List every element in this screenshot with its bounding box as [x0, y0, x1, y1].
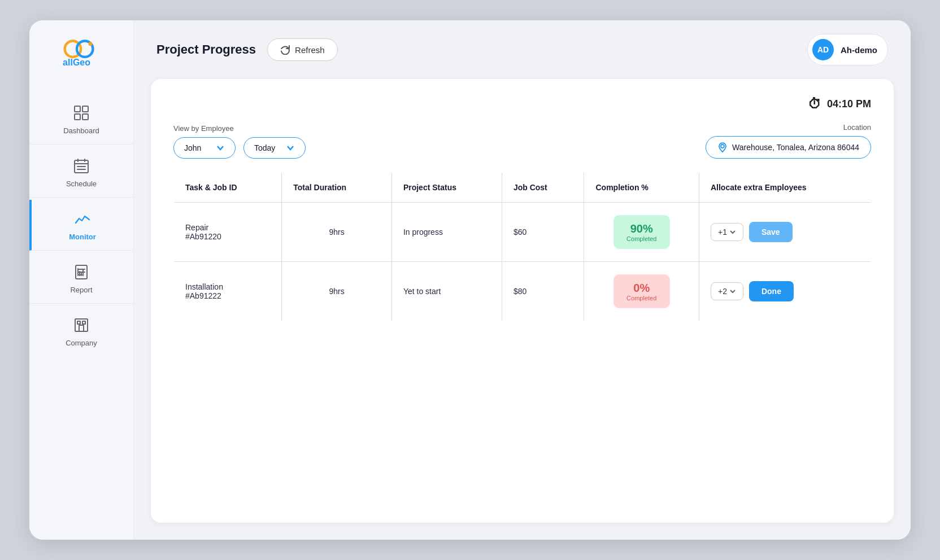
svg-rect-25 [82, 321, 85, 324]
avatar: AD [812, 39, 834, 60]
view-by-label: View by Employee [173, 124, 306, 133]
cell-status: Yet to start [391, 262, 502, 321]
svg-rect-7 [82, 114, 88, 120]
svg-point-2 [88, 42, 92, 46]
sidebar-item-report[interactable]: Report [29, 253, 133, 304]
period-dropdown[interactable]: Today [243, 137, 306, 159]
cell-employees: +2 Done [699, 262, 871, 321]
logo: allGeo [59, 37, 104, 71]
cell-duration: 9hrs [282, 262, 392, 321]
sidebar: allGeo Dashboard [29, 20, 134, 540]
location-label: Location [843, 123, 871, 132]
chevron-down-icon [216, 143, 225, 152]
top-bar: Project Progress Refresh AD Ah-demo [134, 20, 911, 79]
sidebar-item-company-label: Company [66, 339, 97, 347]
col-duration: Total Duration [282, 173, 392, 203]
cell-completion: 0% Completed [584, 262, 699, 321]
cell-task-id: Installation #Ab91222 [174, 262, 282, 321]
filters-left: View by Employee John Today [173, 124, 306, 159]
svg-rect-4 [75, 106, 80, 112]
allocate-cell: +1 Save [711, 222, 859, 242]
col-cost: Job Cost [502, 173, 584, 203]
svg-rect-24 [77, 321, 80, 324]
cell-cost: $60 [502, 203, 584, 262]
refresh-icon [280, 45, 290, 55]
save-button[interactable]: Save [749, 222, 793, 242]
company-icon [71, 315, 92, 335]
content-header: ⏱ 04:10 PM [173, 96, 871, 112]
app-container: allGeo Dashboard [29, 20, 911, 540]
col-employees: Allocate extra Employees [699, 173, 871, 203]
cell-duration: 9hrs [282, 203, 392, 262]
cell-completion: 90% Completed [584, 203, 699, 262]
col-completion: Completion % [584, 173, 699, 203]
svg-rect-5 [82, 106, 88, 112]
location-display: Warehouse, Tonalea, Arizona 86044 [706, 136, 871, 159]
svg-rect-6 [75, 114, 80, 120]
col-status: Project Status [391, 173, 502, 203]
sidebar-item-company[interactable]: Company [29, 306, 133, 356]
filter-dropdowns: John Today [173, 137, 306, 159]
table-row: Repair #Ab91220 9hrs In progress $60 90%… [174, 203, 871, 262]
employee-stepper[interactable]: +1 [711, 223, 743, 241]
sidebar-item-dashboard-label: Dashboard [63, 126, 99, 135]
sidebar-item-dashboard[interactable]: Dashboard [29, 94, 133, 145]
cell-employees: +1 Save [699, 203, 871, 262]
col-task-id: Task & Job ID [174, 173, 282, 203]
chevron-down-icon-stepper [729, 288, 736, 295]
completion-badge: 0% Completed [613, 274, 670, 308]
content-area: ⏱ 04:10 PM View by Employee John [151, 79, 894, 523]
page-title: Project Progress [156, 42, 256, 57]
chevron-down-icon-2 [286, 143, 295, 152]
chevron-down-icon-stepper [729, 229, 736, 235]
cell-task-id: Repair #Ab91220 [174, 203, 282, 262]
schedule-icon [71, 156, 92, 176]
employee-dropdown[interactable]: John [173, 137, 236, 159]
refresh-button[interactable]: Refresh [267, 38, 338, 61]
svg-text:allGeo: allGeo [63, 58, 90, 67]
sidebar-item-monitor[interactable]: Monitor [29, 200, 133, 251]
cell-status: In progress [391, 203, 502, 262]
report-icon [71, 262, 92, 282]
sidebar-item-schedule-label: Schedule [66, 180, 97, 188]
employee-stepper[interactable]: +2 [711, 282, 743, 300]
main-content: Project Progress Refresh AD Ah-demo ⏱ [134, 20, 911, 540]
current-time: 04:10 PM [827, 98, 871, 110]
data-table: Task & Job ID Total Duration Project Sta… [173, 172, 871, 321]
sidebar-item-report-label: Report [70, 286, 92, 294]
cell-cost: $80 [502, 262, 584, 321]
svg-rect-23 [79, 325, 84, 331]
time-display: ⏱ 04:10 PM [808, 96, 871, 112]
top-bar-left: Project Progress Refresh [156, 38, 338, 61]
sidebar-item-schedule[interactable]: Schedule [29, 147, 133, 198]
monitor-icon [72, 209, 93, 229]
clock-icon: ⏱ [808, 96, 821, 112]
allocate-cell: +2 Done [711, 281, 859, 301]
sidebar-nav: Dashboard Schedule [29, 94, 133, 356]
filters-row: View by Employee John Today [173, 123, 871, 159]
user-badge[interactable]: AD Ah-demo [807, 34, 888, 65]
table-row: Installation #Ab91222 9hrs Yet to start … [174, 262, 871, 321]
table-header-row: Task & Job ID Total Duration Project Sta… [174, 173, 871, 203]
completion-badge: 90% Completed [613, 215, 670, 249]
done-button[interactable]: Done [749, 281, 794, 301]
location-value: Warehouse, Tonalea, Arizona 86044 [732, 143, 859, 152]
sidebar-item-monitor-label: Monitor [69, 233, 96, 241]
dashboard-icon [71, 103, 92, 123]
svg-point-26 [721, 145, 724, 148]
location-icon [717, 142, 728, 152]
user-name: Ah-demo [841, 45, 877, 55]
location-section: Location Warehouse, Tonalea, Arizona 860… [706, 123, 871, 159]
